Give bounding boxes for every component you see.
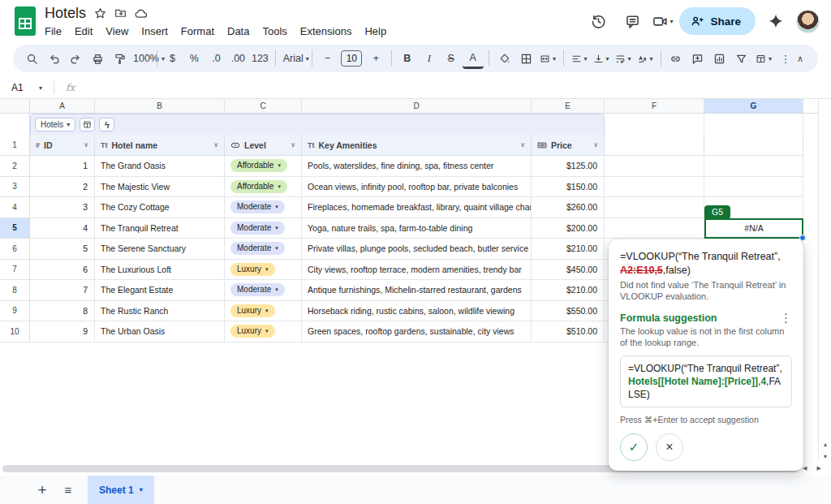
column-header-B[interactable]: B [95,99,225,113]
cell-price[interactable]: $260.00 [532,197,605,218]
more-toolbar-button[interactable]: ⋮ [775,48,796,69]
scroll-up-icon[interactable]: ▲ [823,442,829,447]
cell-hotel-name[interactable]: The Cozy Cottage [95,197,225,218]
merge-cells-icon[interactable]: ▾ [537,48,558,69]
cell-amenities[interactable]: Green spaces, rooftop gardens, sustainab… [302,321,532,342]
vertical-scrollbar[interactable]: ▲ ▼ [818,99,831,461]
header-dropdown-icon[interactable]: ∨ [84,141,88,149]
cell-id[interactable]: 7 [30,280,95,301]
font-select-button[interactable]: Arial▾ [281,48,307,69]
menu-insert[interactable]: Insert [135,24,174,39]
cell-G2[interactable] [704,156,803,177]
table-view-chip[interactable] [80,118,95,131]
sheets-logo-icon[interactable] [14,6,37,36]
cell-F1[interactable] [605,135,704,156]
row-header-8[interactable]: 8 [0,280,30,301]
table-icon[interactable]: ▾ [753,48,774,69]
cell-price[interactable]: $200.00 [532,218,605,239]
cell-F2[interactable] [605,156,704,177]
cell-price[interactable]: $125.00 [532,156,605,177]
level-chip[interactable]: Moderate▾ [230,242,285,255]
table-header-level[interactable]: Level∨ [225,135,302,156]
cell-hotel-name[interactable]: The Serene Sanctuary [95,239,225,260]
more-formats-button[interactable]: 123 [249,48,270,69]
cell-hotel-name[interactable]: The Majestic View [95,177,225,198]
menu-view[interactable]: View [99,24,135,39]
fill-color-icon[interactable] [493,48,515,69]
row-header-2[interactable]: 2 [0,156,30,177]
cell-F5[interactable] [605,218,704,239]
cell-amenities[interactable]: Horseback riding, rustic cabins, saloon,… [302,301,532,322]
add-sheet-button[interactable]: + [32,481,52,499]
cell-level[interactable]: Moderate▾ [225,218,302,239]
gemini-sparkle-icon[interactable] [762,7,790,35]
header-dropdown-icon[interactable]: ∨ [593,141,598,149]
menu-tools[interactable]: Tools [256,24,293,39]
row-header-3[interactable]: 3 [0,177,30,198]
header-dropdown-icon[interactable]: ∨ [520,141,525,149]
suggestion-menu-icon[interactable]: ⋮ [780,312,792,324]
table-header-id[interactable]: #ID∨ [30,135,95,156]
header-dropdown-icon[interactable]: ∨ [213,141,218,149]
strikethrough-button[interactable]: S [441,48,462,69]
cell-level[interactable]: Moderate▾ [225,280,302,301]
level-chip[interactable]: Moderate▾ [230,200,285,213]
paint-format-icon[interactable] [109,48,130,69]
column-header-C[interactable]: C [225,99,302,113]
zoom-select-button[interactable]: 100%▾ [131,48,152,69]
cell-price[interactable]: $510.00 [532,321,605,342]
suggested-formula[interactable]: =VLOOKUP(“The Tranquil Retreat”, Hotels[… [620,355,792,407]
sheet-tab[interactable]: Sheet 1 ▾ [88,476,154,504]
name-box[interactable]: A1 ▾ [0,82,47,93]
bold-button[interactable]: B [397,48,418,69]
cell-price[interactable]: $210.00 [532,239,605,260]
cell-id[interactable]: 9 [30,321,95,342]
cell-G[interactable] [704,114,803,135]
row-header-6[interactable]: 6 [0,239,30,260]
row-header-10[interactable]: 10 [0,321,30,342]
star-icon[interactable] [94,7,106,19]
menu-edit[interactable]: Edit [68,24,99,39]
scroll-left-icon[interactable]: ◀ [803,465,807,472]
redo-icon[interactable] [65,48,86,69]
cell-level[interactable]: Luxury▾ [225,260,302,281]
cell-amenities[interactable]: Antique furnishings, Michelin-starred re… [302,280,532,301]
column-header-A[interactable]: A [30,99,95,113]
video-call-button[interactable]: ▾ [652,14,673,29]
cell-hotel-name[interactable]: The Luxurious Loft [95,260,225,281]
row-header-4[interactable]: 4 [0,197,30,218]
text-color-button[interactable]: A [463,48,484,69]
text-wrapping-icon[interactable]: ▾ [613,48,634,69]
row-header-7[interactable]: 7 [0,260,30,281]
scroll-right-icon[interactable]: ▶ [816,465,820,472]
borders-icon[interactable] [515,48,536,69]
move-folder-icon[interactable] [114,7,127,19]
row-gutter[interactable] [0,114,30,135]
grid-corner[interactable] [0,99,30,113]
menu-help[interactable]: Help [358,24,393,39]
cell-level[interactable]: Moderate▾ [225,239,302,260]
format-currency-button[interactable]: $ [161,48,183,69]
cell-level[interactable]: Affordable▾ [225,177,302,198]
level-chip[interactable]: Moderate▾ [230,283,285,296]
create-filter-icon[interactable] [731,48,752,69]
menu-format[interactable]: Format [174,24,221,39]
cell-amenities[interactable]: City views, rooftop terrace, modern amen… [302,260,532,281]
column-header-E[interactable]: E [532,99,605,113]
comments-icon[interactable] [618,7,646,35]
level-chip[interactable]: Luxury▾ [230,304,275,317]
horizontal-align-icon[interactable]: ▾ [569,48,590,69]
cell-price[interactable]: $450.00 [532,260,605,281]
cell-hotel-name[interactable]: The Urban Oasis [95,321,225,342]
cell-F4[interactable] [605,197,704,218]
cell-hotel-name[interactable]: The Rustic Ranch [95,301,225,322]
cell-price[interactable]: $210.00 [532,280,605,301]
dismiss-suggestion-button[interactable]: × [656,433,683,461]
column-header-D[interactable]: D [302,99,532,113]
cell-id[interactable]: 1 [30,156,95,177]
accept-suggestion-button[interactable]: ✓ [620,433,648,461]
level-chip[interactable]: Moderate▾ [230,222,285,235]
cell-amenities[interactable]: Ocean views, infinity pool, rooftop bar,… [302,177,532,198]
font-size-input-button[interactable]: 10 [341,50,362,67]
cell-id[interactable]: 2 [30,177,95,198]
